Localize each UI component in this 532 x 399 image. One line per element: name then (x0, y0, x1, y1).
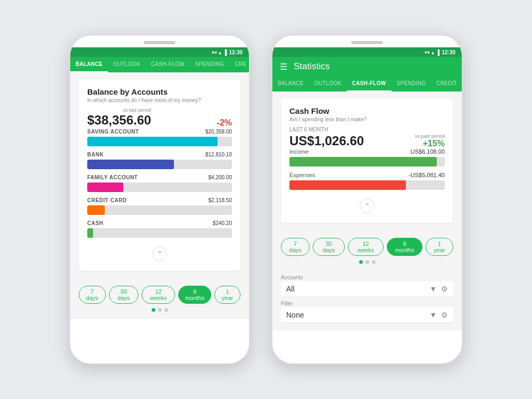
content-left: Balance by Accounts In which accounts do… (70, 72, 249, 281)
card-title-left: Balance by Accounts (87, 87, 232, 96)
filter-filter-value: None (286, 311, 304, 319)
tab-credit-left[interactable]: CRE (229, 57, 249, 72)
bar-track-saving (87, 137, 232, 146)
flow-row-expenses: Expenses -US$5,081.40 (289, 172, 445, 190)
status-bar-left: ▾▾ ▴ ▐ 12:30 (70, 47, 249, 57)
bar-fill-family (87, 182, 123, 192)
content-right: Cash Flow Am I spending less than I make… (272, 92, 462, 234)
account-row-saving: SAVING ACCOUNT $20,358.00 (87, 129, 232, 146)
bar-fill-expenses (289, 180, 406, 190)
account-name-family: FAMILY ACCOUNT (87, 174, 138, 180)
bar-fill-cash (87, 228, 93, 238)
phone-left: ▾▾ ▴ ▐ 12:30 BALANCE OUTLOOK CASH-FLOW S… (69, 35, 250, 364)
accounts-gear-icon[interactable]: ⚙ (441, 285, 448, 293)
bar-fill-saving (87, 137, 218, 146)
chevron-up-button-right[interactable]: ⌃ (360, 198, 375, 213)
card-subtitle-right: Am I spending less than I make? (289, 117, 445, 122)
filter-filter-icons: ▼ ⚙ (429, 311, 448, 319)
signal-icon-right: ▾▾ (425, 49, 430, 55)
tab-outlook-left[interactable]: OUTLOOK (108, 57, 146, 72)
filter-filter-row[interactable]: None ▼ ⚙ (281, 307, 453, 322)
dot-3-right (372, 260, 376, 264)
tab-balance-right[interactable]: BALANCE (272, 76, 309, 92)
account-amount-cash: $240.20 (213, 220, 232, 226)
bar-fill-income (289, 157, 437, 167)
bar-track-income (289, 157, 445, 167)
tab-spending-right[interactable]: SPENDING (392, 76, 431, 92)
amount-change-row: US$1,026.60 vs past period +15% (289, 134, 445, 148)
account-name-bank: BANK (87, 152, 104, 157)
time-btn-1year-right[interactable]: 1 year (426, 238, 453, 256)
status-icons-left: ▾▾ ▴ ▐ (212, 49, 227, 55)
time-btn-1year-left[interactable]: 1 year (214, 286, 240, 304)
time-btn-12weeks-left[interactable]: 12 weeks (142, 286, 175, 304)
main-amount-right: US$1,026.60 (289, 134, 364, 148)
battery-icon: ▐ (223, 49, 227, 55)
tab-cashflow-right[interactable]: CASH-FLOW (347, 76, 392, 92)
time-btn-7days-right[interactable]: 7 days (281, 238, 310, 256)
dot-2-right (365, 260, 369, 264)
tab-bar-left: BALANCE OUTLOOK CASH-FLOW SPENDING CRE (70, 57, 249, 72)
time-btn-6months-right[interactable]: 6 months (387, 238, 422, 256)
filter-gear-icon[interactable]: ⚙ (441, 311, 448, 319)
time-btn-30days-left[interactable]: 30 days (109, 286, 139, 304)
amount-row-left: vs last period $38,356.60 -2% (87, 107, 232, 128)
flow-row-income: Income US$6,108.00 (289, 148, 445, 167)
bar-fill-bank (87, 160, 174, 169)
chevron-up-button-left[interactable]: ⌃ (152, 246, 167, 261)
time-left: 12:30 (229, 49, 243, 55)
cashflow-card: Cash Flow Am I spending less than I make… (281, 99, 453, 223)
bar-fill-credit (87, 205, 105, 215)
tab-balance-left[interactable]: BALANCE (70, 57, 108, 72)
tab-spending-left[interactable]: SPENDING (190, 57, 230, 72)
card-subtitle-left: In which accounts do I have most of my m… (87, 97, 232, 103)
period-label: LAST 6 MONTH (289, 127, 445, 132)
bottom-section-left: 7 days 30 days 12 weeks 6 months 1 year (70, 281, 249, 319)
hamburger-icon[interactable]: ☰ (280, 62, 287, 72)
dots-row-left (79, 308, 240, 312)
account-amount-bank: $12,810.10 (205, 152, 232, 157)
filter-dropdown-arrow[interactable]: ▼ (429, 311, 437, 319)
flow-amount-income: US$6,108.00 (411, 148, 445, 155)
dot-1-right (359, 260, 363, 264)
account-row-family: FAMILY ACCOUNT $4,200.00 (87, 174, 232, 192)
main-amount-left: $38,356.60 (87, 113, 151, 128)
chevron-row-right: ⌃ (289, 195, 445, 214)
time-right: 12:30 (442, 49, 455, 55)
card-title-right: Cash Flow (289, 106, 445, 115)
flow-name-income: Income (289, 148, 309, 155)
tab-credit-right[interactable]: CREDIT (431, 76, 462, 92)
time-btn-30days-right[interactable]: 30 days (313, 238, 345, 256)
account-name-credit: CREDIT CARD (87, 197, 127, 203)
vs-label-right: vs past period (415, 134, 445, 139)
time-btn-6months-left[interactable]: 6 months (178, 286, 211, 304)
account-row-credit: CREDIT CARD $2,118.50 (87, 197, 232, 215)
bar-track-credit (87, 205, 232, 215)
tab-cashflow-left[interactable]: CASH-FLOW (146, 57, 190, 72)
phone-speaker-left (144, 41, 176, 44)
change-pct-right: +15% (415, 139, 445, 148)
bar-track-family (87, 182, 232, 192)
flow-amount-expenses: -US$5,081.40 (409, 172, 445, 178)
account-amount-credit: $2,118.50 (209, 197, 232, 203)
time-filter-row-right: 7 days 30 days 12 weeks 6 months 1 year (281, 238, 453, 256)
tab-outlook-right[interactable]: OUTLOOK (309, 76, 347, 92)
accounts-filter-row[interactable]: All ▼ ⚙ (281, 281, 453, 296)
accounts-filter-value: All (286, 285, 295, 293)
accounts-filter-icons: ▼ ⚙ (429, 285, 448, 293)
account-name-saving: SAVING ACCOUNT (87, 129, 139, 135)
time-btn-12weeks-right[interactable]: 12 weeks (348, 238, 384, 256)
app-bar-right: ☰ Statistics (272, 57, 462, 76)
bar-track-cash (87, 228, 232, 238)
dot-2-left (158, 308, 162, 312)
dot-1-left (152, 308, 155, 312)
bottom-section-right: 7 days 30 days 12 weeks 6 months 1 year (272, 234, 462, 271)
phone-speaker-right (351, 41, 383, 44)
bar-track-bank (87, 160, 232, 169)
balance-card: Balance by Accounts In which accounts do… (79, 80, 240, 271)
bar-track-expenses (289, 180, 445, 190)
account-amount-saving: $20,358.00 (205, 129, 232, 135)
flow-name-expenses: Expenses (289, 172, 315, 178)
accounts-dropdown-arrow[interactable]: ▼ (429, 285, 437, 293)
time-btn-7days-left[interactable]: 7 days (79, 286, 106, 304)
